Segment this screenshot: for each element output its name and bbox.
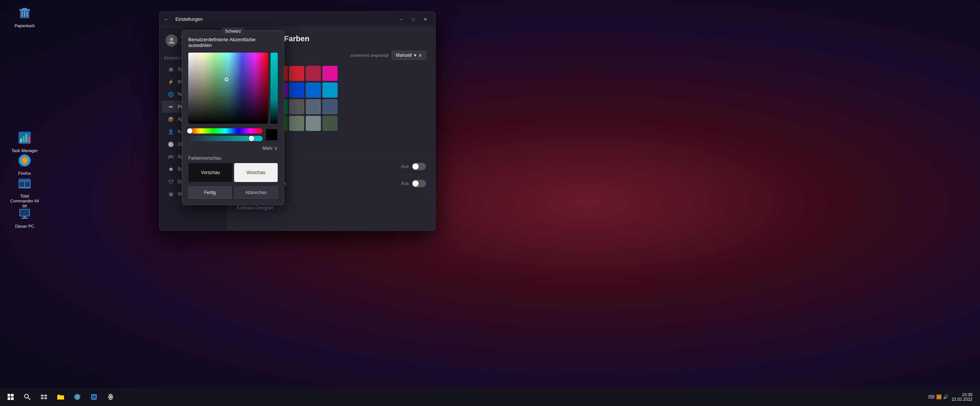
swatch-7[interactable] <box>289 82 304 98</box>
preview-light-label: Vorschau <box>246 170 265 175</box>
titelleiste-value: Aus <box>401 164 409 169</box>
settings-taskbar-button[interactable] <box>103 389 118 404</box>
konten-icon: 👤 <box>168 128 174 135</box>
collapse-arrow: ∧ <box>418 52 422 58</box>
dropdown-arrow: ▾ <box>414 52 416 58</box>
hue-slider[interactable] <box>188 128 262 133</box>
personalisierung-icon: ✏ <box>168 104 174 110</box>
color-spectrum[interactable] <box>188 52 268 124</box>
svg-rect-20 <box>23 216 26 218</box>
swatch-12[interactable] <box>289 99 304 114</box>
svg-line-28 <box>28 398 30 400</box>
papierkorb-label: Papierkorb <box>14 24 35 29</box>
black-gradient <box>188 52 268 124</box>
opacity-bar[interactable] <box>270 52 278 124</box>
abbrechen-button[interactable]: Abbrechen <box>234 187 278 199</box>
swatch-3[interactable] <box>306 66 321 81</box>
minimize-button[interactable]: − <box>396 14 406 25</box>
swatch-14[interactable] <box>322 99 337 114</box>
desktop-icon-total-commander[interactable]: Total Commander 64 bit <box>10 174 40 209</box>
color-tooltip: Schwarz <box>222 28 244 35</box>
svg-rect-8 <box>23 136 25 142</box>
sliders-row <box>188 128 278 141</box>
color-picker-dialog: Schwarz Benutzerdefinierte Akzentfarbe a… <box>182 30 284 205</box>
settings-window-title: Einstellungen <box>175 17 396 22</box>
mehr-chevron: ∨ <box>274 146 278 151</box>
preview-dark-label: Vorschau <box>201 170 220 175</box>
back-button[interactable]: ← <box>164 16 169 22</box>
svg-rect-9 <box>25 134 27 142</box>
svg-rect-10 <box>28 137 30 142</box>
fensterraender-value: Aus <box>401 181 409 186</box>
maximize-button[interactable]: □ <box>408 14 418 25</box>
mode-dropdown[interactable]: Manuell ▾ ∧ <box>392 51 426 60</box>
start-button[interactable] <box>3 389 18 404</box>
search-button[interactable] <box>20 389 35 404</box>
bluetooth-icon: ⚡ <box>168 79 174 85</box>
swatch-2[interactable] <box>289 66 304 81</box>
svg-rect-31 <box>41 397 44 399</box>
svg-point-22 <box>170 38 173 41</box>
svg-rect-16 <box>19 182 24 187</box>
dieser-pc-icon <box>16 204 34 222</box>
user-avatar <box>165 35 178 46</box>
svg-rect-23 <box>8 394 10 396</box>
swatch-18[interactable] <box>306 116 321 131</box>
swatch-19[interactable] <box>322 116 337 131</box>
spectrum-area <box>188 52 278 125</box>
alpha-slider[interactable] <box>188 136 262 141</box>
taskbar: ⌨ 📶 🔊 23:30 22.02.2022 <box>0 388 980 406</box>
color-preview-box <box>266 128 278 141</box>
svg-rect-25 <box>8 397 10 400</box>
svg-rect-30 <box>45 395 47 396</box>
titlebar-controls: − □ ✕ <box>396 14 431 25</box>
desktop-icon-dieser-pc[interactable]: Dieser PC <box>10 204 40 229</box>
sliders-container <box>188 128 262 141</box>
titelleiste-control: Aus <box>401 163 426 170</box>
taskbar-icons-area: ⌨ 📶 🔊 <box>928 394 948 400</box>
fensterraender-toggle[interactable] <box>412 180 426 187</box>
svg-rect-2 <box>22 8 27 9</box>
hue-thumb[interactable] <box>187 128 192 133</box>
alpha-thumb[interactable] <box>249 136 254 141</box>
swatch-13[interactable] <box>306 99 321 114</box>
svg-rect-32 <box>45 397 47 399</box>
zeit-icon: 🕐 <box>168 141 174 147</box>
extra-app-button[interactable] <box>86 389 102 404</box>
svg-rect-24 <box>11 394 14 396</box>
swatch-9[interactable] <box>322 82 337 98</box>
swatch-4[interactable] <box>322 66 337 81</box>
mehr-label: Mehr <box>262 146 273 151</box>
clock-time: 23:30 <box>962 392 972 397</box>
farbenvorschau-label: Farbenvorschau <box>188 155 278 161</box>
section-text: scheinend angezeigt <box>350 53 389 57</box>
swatch-17[interactable] <box>289 116 304 131</box>
kontrast-designer-link[interactable]: Kontrast-Designer <box>237 205 426 210</box>
mehr-row: Mehr ∨ <box>188 144 278 152</box>
desktop-icon-firefox[interactable]: Firefox <box>10 151 40 176</box>
color-picker-title: Benutzerdefinierte Akzentfarbe auswählen <box>188 37 278 48</box>
svg-point-27 <box>25 394 29 398</box>
desktop-icon-task-manager[interactable]: Task Manager <box>10 128 40 153</box>
task-view-button[interactable] <box>37 389 51 404</box>
settings-titlebar: ← Einstellungen − □ ✕ <box>159 12 435 27</box>
fensterraender-control: Aus <box>401 180 426 187</box>
firefox-icon <box>16 151 34 170</box>
desktop-icon-papierkorb[interactable]: Papierkorb <box>10 4 40 29</box>
titelleiste-toggle[interactable] <box>412 163 426 170</box>
swatch-8[interactable] <box>306 82 321 98</box>
svg-rect-26 <box>11 397 14 400</box>
breadcrumb-current: Farben <box>284 35 310 43</box>
svg-rect-29 <box>41 395 44 396</box>
taskbar-clock[interactable]: 23:30 22.02.2022 <box>951 392 972 401</box>
explorer-button[interactable] <box>53 389 68 404</box>
svg-rect-15 <box>19 179 31 181</box>
mehr-button[interactable]: Mehr ∨ <box>262 144 278 152</box>
browser-button[interactable] <box>70 389 85 404</box>
total-commander-icon <box>16 174 34 192</box>
preview-light: Vorschau <box>234 163 278 182</box>
close-button[interactable]: ✕ <box>420 14 431 25</box>
svg-rect-1 <box>19 9 30 11</box>
dieser-pc-label: Dieser PC <box>15 224 34 229</box>
fertig-button[interactable]: Fertig <box>188 187 231 199</box>
